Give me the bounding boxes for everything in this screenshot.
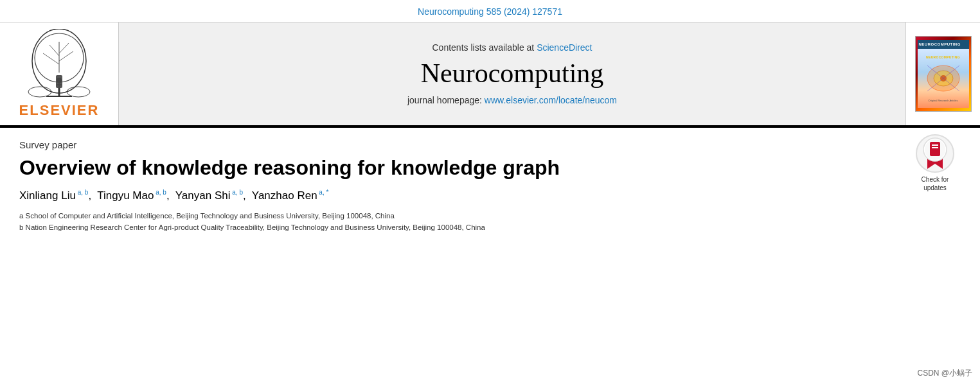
journal-cover-box: NEUROCOMPUTING NEUROCOMPUTING Original R… xyxy=(906,22,980,125)
main-content: Survey paper Overview of knowledge reaso… xyxy=(0,128,855,240)
author-3-sup: a, b xyxy=(230,189,242,196)
journal-center: Contents lists available at ScienceDirec… xyxy=(119,22,906,125)
cover-top-strip: NEUROCOMPUTING xyxy=(918,40,969,49)
journal-title: Neurocomputing xyxy=(421,58,604,89)
homepage-link[interactable]: www.elsevier.com/locate/neucom xyxy=(485,95,617,105)
cover-title: NEUROCOMPUTING xyxy=(919,42,961,46)
paper-type-label: Survey paper xyxy=(19,139,835,150)
svg-line-9 xyxy=(59,43,69,53)
author-2-name: Tingyu Mao xyxy=(97,189,154,202)
svg-line-8 xyxy=(49,45,59,56)
author-4-name: Yanzhao Ren xyxy=(252,189,317,202)
check-updates-icon xyxy=(916,134,954,173)
check-updates-label: Check forupdates xyxy=(922,175,949,192)
page-body: Survey paper Overview of knowledge reaso… xyxy=(0,128,980,240)
author-3-name: Yanyan Shi xyxy=(175,189,231,202)
cover-artwork xyxy=(921,59,966,98)
cover-body: NEUROCOMPUTING Original Research Article… xyxy=(918,49,969,108)
sciencedirect-link[interactable]: ScienceDirect xyxy=(537,42,592,53)
author-1-name: Xinliang Liu xyxy=(19,189,76,202)
journal-cover-image: NEUROCOMPUTING NEUROCOMPUTING Original R… xyxy=(915,36,972,112)
authors-line: Xinliang Liu a, b, Tingyu Mao a, b, Yany… xyxy=(19,189,835,202)
watermark: CSDN @小蜗子 xyxy=(917,368,972,379)
affiliation-a: a School of Computer and Artificial Inte… xyxy=(19,210,835,222)
citation-bar: Neurocomputing 585 (2024) 127571 xyxy=(0,0,980,22)
elsevier-tree-icon xyxy=(21,29,98,100)
svg-point-14 xyxy=(67,87,90,97)
affiliation-b: b Nation Engineering Research Center for… xyxy=(19,222,835,233)
citation-link[interactable]: Neurocomputing 585 (2024) 127571 xyxy=(418,6,562,17)
author-2-sup: a, b xyxy=(154,189,166,196)
svg-rect-26 xyxy=(930,142,940,156)
affiliations: a School of Computer and Artificial Inte… xyxy=(19,210,835,234)
svg-point-10 xyxy=(57,78,62,83)
badge-ribbon-svg xyxy=(921,137,949,170)
check-updates-badge[interactable]: Check forupdates xyxy=(909,134,961,192)
elsevier-logo-box: ELSEVIER xyxy=(0,22,119,125)
author-4-sup: a, * xyxy=(317,189,329,196)
author-1-sup: a, b xyxy=(76,189,88,196)
svg-point-13 xyxy=(28,87,51,97)
elsevier-wordmark: ELSEVIER xyxy=(19,102,100,119)
svg-line-7 xyxy=(59,51,73,61)
contents-line: Contents lists available at ScienceDirec… xyxy=(432,42,592,53)
homepage-line: journal homepage: www.elsevier.com/locat… xyxy=(407,95,617,105)
journal-header: ELSEVIER Contents lists available at Sci… xyxy=(0,22,980,128)
svg-line-6 xyxy=(43,53,59,64)
paper-title: Overview of knowledge reasoning for know… xyxy=(19,155,835,180)
cover-subtitle: Original Research Articles xyxy=(928,99,958,102)
